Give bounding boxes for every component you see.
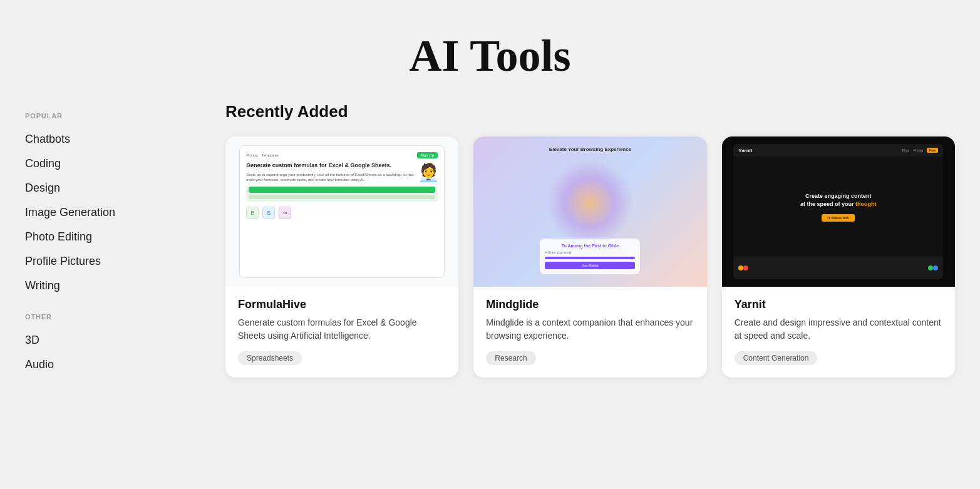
card-name-mindglide: Mindglide: [486, 298, 694, 311]
sidebar-item-3d[interactable]: 3D: [25, 328, 200, 353]
sidebar-item-image-generation[interactable]: Image Generation: [25, 200, 200, 225]
card-image-yarnit: Yarnit Blog Pricing Free Cre: [722, 136, 955, 287]
card-desc-formulahive: Generate custom formulas for Excel & Goo…: [238, 316, 446, 342]
card-tag-yarnit[interactable]: Content Generation: [735, 351, 818, 365]
card-name-formulahive: FormulaHive: [238, 298, 446, 311]
sidebar-item-photo-editing[interactable]: Photo Editing: [25, 225, 200, 249]
card-formulahive[interactable]: Pricing Templates Sign Up Generate custo…: [225, 136, 458, 378]
card-mindglide[interactable]: Elevate Your Browsing Experience To Amon…: [473, 136, 706, 378]
card-image-mindglide: Elevate Your Browsing Experience To Amon…: [473, 136, 706, 287]
card-name-yarnit: Yarnit: [735, 298, 942, 311]
card-body-formulahive: FormulaHive Generate custom formulas for…: [225, 287, 458, 378]
card-body-mindglide: Mindglide Mindglide is a context compani…: [473, 287, 706, 378]
page-title: AI Tools: [0, 30, 980, 82]
other-section-label: OTHER: [25, 313, 200, 321]
sidebar-item-coding[interactable]: Coding: [25, 152, 200, 176]
card-yarnit[interactable]: Yarnit Blog Pricing Free Cre: [722, 136, 955, 378]
sidebar-item-design[interactable]: Design: [25, 176, 200, 200]
card-desc-yarnit: Create and design impressive and context…: [735, 316, 942, 342]
sidebar-item-audio[interactable]: Audio: [25, 353, 200, 377]
card-tag-formulahive[interactable]: Spreadsheets: [238, 351, 302, 365]
sidebar-item-chatbots[interactable]: Chatbots: [25, 127, 200, 152]
card-tag-mindglide[interactable]: Research: [486, 351, 535, 365]
popular-section-label: POPULAR: [25, 112, 200, 120]
card-desc-mindglide: Mindglide is a context companion that en…: [486, 316, 694, 342]
cards-grid: Pricing Templates Sign Up Generate custo…: [225, 136, 955, 378]
sidebar: POPULAR Chatbots Coding Design Image Gen…: [25, 102, 200, 378]
section-title: Recently Added: [225, 102, 955, 121]
card-body-yarnit: Yarnit Create and design impressive and …: [722, 287, 955, 378]
card-image-formulahive: Pricing Templates Sign Up Generate custo…: [225, 136, 458, 287]
sidebar-item-writing[interactable]: Writing: [25, 274, 200, 298]
sidebar-item-profile-pictures[interactable]: Profile Pictures: [25, 249, 200, 274]
main-content: Recently Added Pricing Templates Sign Up: [225, 102, 955, 378]
page-header: AI Tools: [0, 0, 980, 102]
